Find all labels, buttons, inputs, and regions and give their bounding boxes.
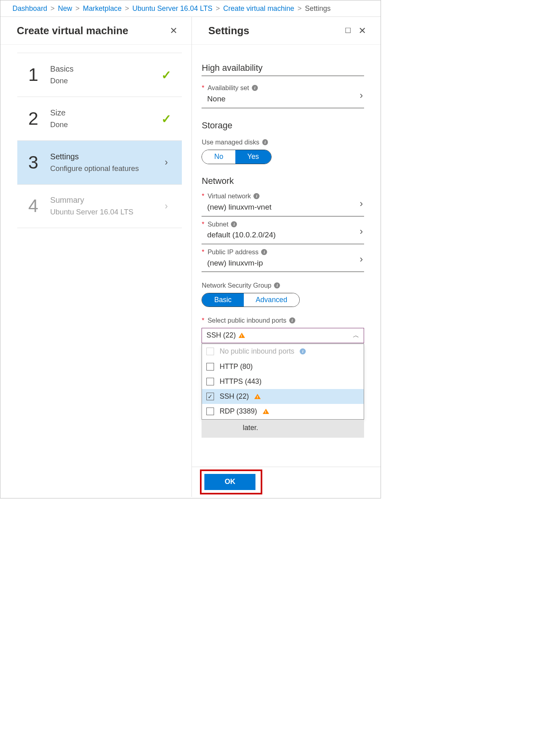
step-title: Settings xyxy=(50,152,158,161)
breadcrumb-link[interactable]: New xyxy=(58,4,72,13)
note-later: later. xyxy=(202,420,364,438)
settings-blade: Settings ☐ ✕ High availability * Availab… xyxy=(192,17,381,497)
section-high-availability: High availability xyxy=(202,63,364,76)
toggle-yes[interactable]: Yes xyxy=(235,150,271,163)
blade-title: Settings xyxy=(208,25,341,37)
info-icon[interactable]: i xyxy=(261,249,267,255)
field-subnet[interactable]: * Subnet i default (10.0.2.0/24) › xyxy=(202,216,364,244)
step-number: 1 xyxy=(28,64,50,85)
toggle-basic[interactable]: Basic xyxy=(202,293,243,307)
step-title: Size xyxy=(50,108,158,117)
port-option-ssh[interactable]: ✓ SSH (22) xyxy=(202,389,363,404)
chevron-right-icon: › xyxy=(165,201,168,212)
checkbox-icon[interactable] xyxy=(206,363,214,371)
step-number: 2 xyxy=(28,108,50,129)
step-subtitle: Done xyxy=(50,76,158,85)
settings-footer: OK xyxy=(192,467,381,497)
field-label-text: Public IP address xyxy=(208,248,259,256)
chevron-right-icon: › xyxy=(360,198,363,209)
step-subtitle: Done xyxy=(50,120,158,129)
port-option-rdp[interactable]: RDP (3389) xyxy=(202,404,363,419)
checkbox-icon[interactable]: ✓ xyxy=(206,393,214,400)
create-vm-blade: Create virtual machine ✕ 1 Basics Done ✓… xyxy=(0,17,192,497)
field-public-ip[interactable]: * Public IP address i (new) linuxvm-ip › xyxy=(202,244,364,272)
toggle-no[interactable]: No xyxy=(202,150,235,163)
step-number: 4 xyxy=(28,196,50,216)
chevron-right-icon: › xyxy=(360,226,363,237)
required-icon: * xyxy=(202,317,204,324)
checkbox-icon[interactable] xyxy=(206,408,214,415)
field-virtual-network[interactable]: * Virtual network i (new) linuxvm-vnet › xyxy=(202,189,364,216)
nsg-toggle[interactable]: Basic Advanced xyxy=(202,293,299,307)
breadcrumb: Dashboard> New> Marketplace> Ubuntu Serv… xyxy=(0,0,381,17)
chevron-right-icon: › xyxy=(360,89,363,101)
ports-dropdown[interactable]: SSH (22) ︿ xyxy=(202,328,364,343)
port-option-none: No public inbound ports i xyxy=(202,344,363,359)
port-option-http[interactable]: HTTP (80) xyxy=(202,359,363,374)
nsg-label: Network Security Group xyxy=(202,282,271,289)
breadcrumb-link[interactable]: Marketplace xyxy=(83,4,121,13)
chevron-right-icon: › xyxy=(165,157,168,168)
option-label: HTTPS (443) xyxy=(220,377,261,386)
required-icon: * xyxy=(202,220,204,228)
checkbox-icon[interactable] xyxy=(206,378,214,385)
step-number: 3 xyxy=(28,152,50,173)
field-value: (new) linuxvm-vnet xyxy=(202,203,364,212)
required-icon: * xyxy=(202,84,204,92)
step-subtitle: Ubuntu Server 16.04 LTS xyxy=(50,208,158,216)
breadcrumb-link[interactable]: Create virtual machine xyxy=(223,4,294,13)
chevron-right-icon: › xyxy=(360,253,363,265)
option-label: SSH (22) xyxy=(220,392,249,401)
ok-button-highlight: OK xyxy=(200,469,262,494)
required-icon: * xyxy=(202,248,204,256)
close-icon[interactable]: ✕ xyxy=(166,23,180,37)
managed-disks-toggle[interactable]: No Yes xyxy=(202,150,271,164)
field-label-text: Availability set xyxy=(208,84,249,92)
section-storage: Storage xyxy=(202,120,364,133)
blade-title: Create virtual machine xyxy=(17,25,167,37)
info-icon[interactable]: i xyxy=(252,85,258,91)
checkbox-icon xyxy=(206,348,214,355)
wizard-step-size[interactable]: 2 Size Done ✓ xyxy=(17,97,181,140)
step-subtitle: Configure optional features xyxy=(50,164,158,173)
ok-button[interactable]: OK xyxy=(204,474,255,490)
info-icon[interactable]: i xyxy=(289,317,295,323)
info-icon[interactable]: i xyxy=(253,193,259,199)
wizard-step-settings[interactable]: 3 Settings Configure optional features › xyxy=(17,140,181,184)
check-icon: ✓ xyxy=(161,68,171,82)
port-option-https[interactable]: HTTPS (443) xyxy=(202,374,363,389)
toggle-advanced[interactable]: Advanced xyxy=(244,293,299,307)
close-icon[interactable]: ✕ xyxy=(355,23,369,37)
step-title: Summary xyxy=(50,196,158,205)
step-title: Basics xyxy=(50,64,158,74)
field-availability-set[interactable]: * Availability set i None › xyxy=(202,80,364,108)
info-icon[interactable]: i xyxy=(300,348,306,354)
warning-icon xyxy=(263,409,269,414)
restore-icon[interactable]: ☐ xyxy=(341,23,355,37)
option-label: HTTP (80) xyxy=(220,362,253,371)
field-value: None xyxy=(202,95,364,103)
field-label-text: Subnet xyxy=(208,220,229,228)
chevron-up-icon: ︿ xyxy=(353,331,359,340)
field-value: default (10.0.2.0/24) xyxy=(202,231,364,239)
breadcrumb-current: Settings xyxy=(305,4,331,13)
warning-icon xyxy=(254,394,261,399)
ports-dropdown-menu: No public inbound ports i HTTP (80) HTTP… xyxy=(202,344,364,420)
breadcrumb-link[interactable]: Dashboard xyxy=(12,4,47,13)
ports-label: Select public inbound ports xyxy=(208,317,286,324)
info-icon[interactable]: i xyxy=(274,282,280,288)
wizard-step-basics[interactable]: 1 Basics Done ✓ xyxy=(17,53,181,97)
warning-icon xyxy=(239,333,245,338)
breadcrumb-link[interactable]: Ubuntu Server 16.04 LTS xyxy=(132,4,212,13)
info-icon[interactable]: i xyxy=(262,139,268,145)
required-icon: * xyxy=(202,192,204,200)
info-icon[interactable]: i xyxy=(231,221,237,227)
check-icon: ✓ xyxy=(161,112,171,126)
managed-disks-label: Use managed disks xyxy=(202,138,259,146)
option-label: No public inbound ports xyxy=(220,347,294,356)
dropdown-selected-value: SSH (22) xyxy=(206,331,236,340)
option-label: RDP (3389) xyxy=(220,407,257,416)
wizard-step-summary: 4 Summary Ubuntu Server 16.04 LTS › xyxy=(17,184,181,228)
section-network: Network xyxy=(202,176,364,188)
field-label-text: Virtual network xyxy=(208,192,251,200)
